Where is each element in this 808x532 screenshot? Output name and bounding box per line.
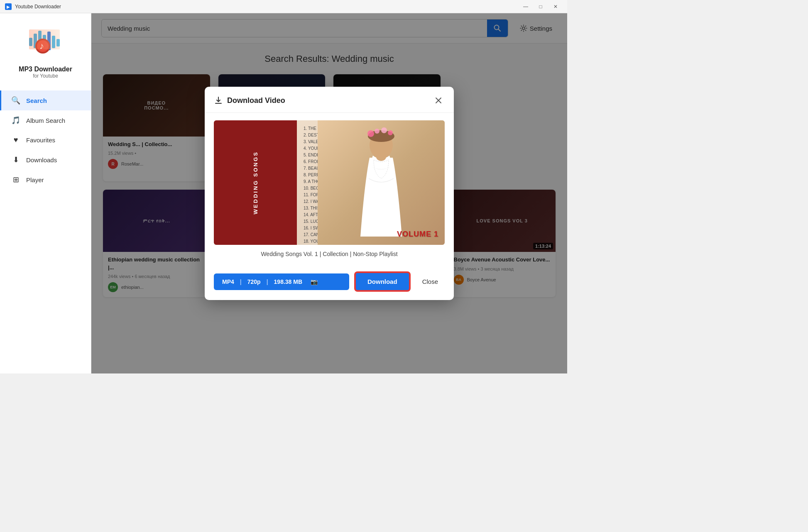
close-button[interactable]: ✕ <box>549 2 562 12</box>
download-icon <box>214 96 223 105</box>
maximize-button[interactable]: □ <box>534 2 547 12</box>
modal-header: Download Video <box>205 87 454 113</box>
sidebar-item-label-player: Player <box>26 176 44 183</box>
format-label: MP4 <box>222 278 234 285</box>
quality-label: 720p <box>247 278 261 285</box>
music-icon: 🎵 <box>11 116 20 125</box>
titlebar-left: ▶ Youtube Downloader <box>5 3 61 10</box>
bride-area: VOLUME 1 <box>318 120 445 245</box>
svg-point-26 <box>376 153 386 161</box>
sidebar-item-downloads[interactable]: ⬇ Downloads <box>0 150 91 170</box>
svg-point-23 <box>375 129 380 134</box>
size-label: 198.38 MB <box>274 278 302 285</box>
titlebar: ▶ Youtube Downloader — □ ✕ <box>0 0 567 13</box>
wedding-thumb-art: WEDDING SONGS 1. THE GIFT 2. DESTINY 3. … <box>214 120 445 245</box>
sidebar-item-album-search[interactable]: 🎵 Album Search <box>0 110 91 130</box>
modal-thumbnail: WEDDING SONGS 1. THE GIFT 2. DESTINY 3. … <box>214 120 445 245</box>
sidebar-nav: 🔍 Search 🎵 Album Search ♥ Favourites ⬇ D… <box>0 90 91 190</box>
sidebar-item-label-search: Search <box>26 97 47 104</box>
wedding-songs-vertical-text: WEDDING SONGS <box>252 151 259 214</box>
left-panel: WEDDING SONGS <box>214 120 297 245</box>
format-separator: | <box>240 278 242 285</box>
sidebar-app-sub: for Youtube <box>33 73 58 79</box>
bride-silhouette <box>356 124 406 241</box>
sidebar-item-label-album: Album Search <box>26 117 65 124</box>
quality-separator: | <box>267 278 268 285</box>
modal-close-button[interactable]: Close <box>416 273 445 290</box>
modal-close-icon-button[interactable] <box>432 94 445 107</box>
modal-video-title: Wedding Songs Vol. 1 | Collection | Non-… <box>214 251 445 257</box>
svg-point-25 <box>388 130 393 135</box>
svg-rect-17 <box>215 103 222 104</box>
titlebar-controls: — □ ✕ <box>519 2 562 12</box>
sidebar-item-label-favourites: Favourites <box>26 137 55 144</box>
search-icon: 🔍 <box>11 96 20 105</box>
titlebar-title: Youtube Downloader <box>15 4 61 10</box>
sidebar-item-player[interactable]: ⊞ Player <box>0 170 91 190</box>
sidebar: ♪ MP3 Downloader for Youtube 🔍 Search 🎵 … <box>0 13 91 373</box>
sidebar-item-favourites[interactable]: ♥ Favourites <box>0 130 91 150</box>
app-logo: ♪ <box>27 23 64 61</box>
svg-rect-13 <box>29 29 60 49</box>
minimize-button[interactable]: — <box>519 2 532 12</box>
main-content: Settings Search Results: Wedding music В… <box>91 13 567 373</box>
download-button[interactable]: Download <box>355 272 410 291</box>
modal-footer: MP4 | 720p | 198.38 MB 📷 Download Close <box>205 272 454 300</box>
svg-text:▶: ▶ <box>7 5 10 9</box>
svg-point-24 <box>381 127 387 133</box>
close-icon <box>435 97 442 104</box>
download-icon: ⬇ <box>11 155 20 164</box>
app-icon: ▶ <box>5 3 12 10</box>
svg-point-22 <box>367 130 374 137</box>
modal-overlay[interactable]: Download Video <box>91 13 567 373</box>
sidebar-item-search[interactable]: 🔍 Search <box>0 90 91 110</box>
app-layout: ♪ MP3 Downloader for Youtube 🔍 Search 🎵 … <box>0 13 567 373</box>
volume-label: VOLUME 1 <box>397 230 438 239</box>
modal-header-left: Download Video <box>214 96 285 105</box>
sidebar-app-name: MP3 Downloader <box>19 66 72 73</box>
sidebar-item-label-downloads: Downloads <box>26 156 57 164</box>
modal-body: WEDDING SONGS 1. THE GIFT 2. DESTINY 3. … <box>205 113 454 272</box>
modal-title: Download Video <box>227 96 285 105</box>
player-icon: ⊞ <box>11 175 20 184</box>
download-modal: Download Video <box>205 87 454 300</box>
heart-icon: ♥ <box>11 136 20 144</box>
format-badge: MP4 | 720p | 198.38 MB 📷 <box>214 273 349 290</box>
video-cam-icon: 📷 <box>311 278 318 285</box>
